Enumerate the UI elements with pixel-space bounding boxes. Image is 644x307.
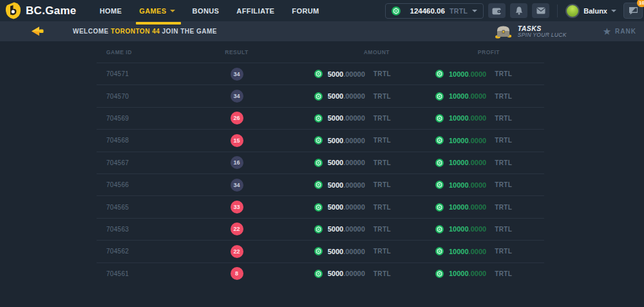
profit-decimals: .0000 bbox=[469, 92, 487, 100]
nav-item-forum[interactable]: FORUM bbox=[292, 0, 319, 21]
profit-integer: 10000 bbox=[449, 225, 469, 233]
game-id-cell: 704566 bbox=[97, 181, 219, 188]
amount-integer: 5000 bbox=[328, 248, 343, 255]
table-row[interactable]: 704565 33 5000 .00000 TRTL bbox=[97, 195, 544, 217]
balance-value: 124460.06 bbox=[410, 7, 445, 15]
table-row[interactable]: 704563 22 5000 .00000 TRTL bbox=[97, 218, 544, 240]
top-navbar: BC.Game HOME GAMES BONUS AFFILIATE FORUM… bbox=[0, 0, 644, 21]
amount-decimals: .00000 bbox=[343, 159, 365, 166]
notifications-button[interactable] bbox=[510, 3, 527, 18]
amount-decimals: .00000 bbox=[343, 70, 365, 78]
amount-currency: TRTL bbox=[374, 137, 391, 144]
amount-decimals: .00000 bbox=[343, 181, 365, 189]
announcement-banner: WELCOME TORONTON 44 JOIN THE GAME TASKS … bbox=[0, 21, 644, 41]
nav-item-affiliate[interactable]: AFFILIATE bbox=[236, 0, 274, 21]
amount-integer: 5000 bbox=[328, 203, 343, 211]
amount-cell: 5000 .00000 TRTL bbox=[254, 136, 415, 144]
profit-integer: 10000 bbox=[449, 270, 469, 277]
chat-notification-badge: 10 bbox=[637, 0, 644, 7]
profit-currency: TRTL bbox=[495, 137, 512, 144]
result-cell: 22 bbox=[219, 245, 254, 258]
tasks-widget[interactable]: TASKS SPIN YOUR LUCK bbox=[495, 25, 567, 39]
table-body: 704571 34 5000 .00000 TRTL bbox=[97, 63, 544, 284]
table-row[interactable]: 704569 26 5000 .00000 TRTL bbox=[97, 107, 544, 129]
game-history-table: GAME ID RESULT AMOUNT PROFIT 704571 34 5… bbox=[97, 41, 544, 284]
welcome-username: TORONTON 44 bbox=[111, 28, 160, 35]
amount-integer: 5000 bbox=[328, 92, 343, 100]
trtl-coin-icon bbox=[314, 247, 323, 255]
trtl-coin-icon bbox=[314, 225, 323, 233]
wallet-button[interactable] bbox=[488, 3, 506, 18]
nav-item-home[interactable]: HOME bbox=[100, 0, 122, 21]
mail-button[interactable] bbox=[532, 3, 549, 18]
table-row[interactable]: 704566 34 5000 .00000 TRTL bbox=[97, 173, 544, 195]
profit-integer: 10000 bbox=[449, 159, 469, 166]
result-badge: 34 bbox=[231, 90, 243, 103]
star-icon: ★ bbox=[603, 26, 611, 36]
profit-decimals: .0000 bbox=[469, 225, 487, 233]
amount-decimals: .00000 bbox=[343, 137, 365, 144]
brand-logo[interactable]: BC.Game bbox=[5, 2, 77, 19]
result-badge: 16 bbox=[231, 156, 243, 169]
nav-item-bonus[interactable]: BONUS bbox=[193, 0, 220, 21]
profit-cell: 10000 .0000 TRTL bbox=[415, 203, 544, 212]
table-row[interactable]: 704567 16 5000 .00000 TRTL bbox=[97, 152, 544, 173]
profit-decimals: .0000 bbox=[469, 181, 487, 189]
welcome-message: WELCOME TORONTON 44 JOIN THE GAME bbox=[73, 28, 217, 35]
profit-decimals: .0000 bbox=[469, 70, 487, 78]
amount-decimals: .00000 bbox=[343, 203, 365, 211]
trtl-coin-icon bbox=[435, 270, 444, 278]
result-badge: 33 bbox=[231, 201, 243, 213]
table-row[interactable]: 704568 15 5000 .00000 TRTL bbox=[97, 129, 544, 151]
table-row[interactable]: 704571 34 5000 .00000 TRTL bbox=[97, 63, 544, 84]
nav-item-games[interactable]: GAMES bbox=[139, 0, 175, 21]
game-id-cell: 704569 bbox=[97, 115, 219, 122]
amount-currency: TRTL bbox=[374, 70, 391, 77]
trtl-coin-icon bbox=[314, 92, 323, 101]
profit-currency: TRTL bbox=[495, 226, 512, 233]
profit-integer: 10000 bbox=[449, 248, 469, 255]
profit-cell: 10000 .0000 TRTL bbox=[415, 136, 544, 144]
trtl-coin-icon bbox=[435, 114, 444, 123]
amount-cell: 5000 .00000 TRTL bbox=[254, 181, 415, 189]
result-cell: 16 bbox=[219, 156, 254, 169]
amount-integer: 5000 bbox=[328, 70, 343, 78]
chevron-down-icon bbox=[472, 10, 477, 12]
balance-currency: TRTL bbox=[450, 7, 468, 15]
table-row[interactable]: 704570 34 5000 .00000 TRTL bbox=[97, 84, 544, 106]
mail-icon bbox=[536, 7, 545, 14]
profit-integer: 10000 bbox=[449, 92, 469, 100]
profit-cell: 10000 .0000 TRTL bbox=[415, 70, 544, 78]
amount-integer: 5000 bbox=[328, 225, 343, 233]
amount-integer: 5000 bbox=[328, 114, 343, 122]
divider bbox=[557, 5, 558, 17]
tasks-title: TASKS bbox=[518, 25, 567, 32]
result-badge: 15 bbox=[231, 134, 243, 147]
trtl-coin-icon bbox=[314, 70, 323, 78]
column-header-game-id: GAME ID bbox=[97, 49, 219, 55]
amount-currency: TRTL bbox=[374, 115, 391, 122]
result-badge: 26 bbox=[231, 112, 243, 124]
game-id-cell: 704570 bbox=[97, 93, 219, 100]
game-id-cell: 704571 bbox=[97, 70, 219, 77]
chat-button[interactable]: 10 bbox=[623, 3, 643, 19]
trtl-coin-icon bbox=[435, 159, 444, 167]
game-id-cell: 704561 bbox=[97, 270, 219, 277]
amount-currency: TRTL bbox=[374, 248, 391, 255]
profit-decimals: .0000 bbox=[469, 114, 487, 122]
balance-selector[interactable]: 124460.06 TRTL bbox=[385, 3, 484, 19]
trtl-coin-icon bbox=[435, 70, 444, 78]
table-row[interactable]: 704562 22 5000 .00000 TRTL bbox=[97, 240, 544, 262]
amount-integer: 5000 bbox=[328, 159, 343, 166]
profit-decimals: .0000 bbox=[469, 137, 487, 144]
user-menu[interactable]: Balunx bbox=[565, 4, 616, 18]
profit-cell: 10000 .0000 TRTL bbox=[415, 181, 544, 189]
rank-widget[interactable]: ★ RANK bbox=[603, 26, 636, 36]
table-row[interactable]: 704561 8 5000 .00000 TRTL bbox=[97, 262, 544, 284]
trtl-coin-icon bbox=[314, 159, 323, 167]
trtl-coin-icon bbox=[435, 136, 444, 144]
amount-cell: 5000 .00000 TRTL bbox=[254, 92, 415, 101]
user-name: Balunx bbox=[583, 7, 607, 15]
chevron-down-icon bbox=[170, 10, 175, 12]
result-cell: 22 bbox=[219, 223, 254, 235]
